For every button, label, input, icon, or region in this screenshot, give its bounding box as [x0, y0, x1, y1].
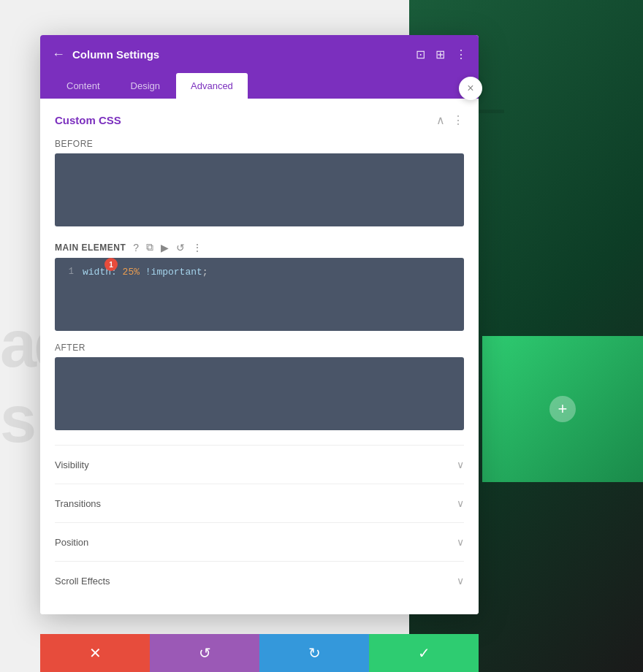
- cursor-icon[interactable]: ▶: [161, 242, 169, 253]
- close-icon: ×: [467, 82, 473, 95]
- css-important: !important: [140, 267, 202, 278]
- green-section: +: [482, 336, 643, 482]
- line-number: 1: [62, 265, 74, 280]
- scroll-effects-title: Scroll Effects: [55, 576, 110, 587]
- before-css-input[interactable]: [55, 153, 464, 226]
- before-label: Before: [55, 139, 464, 149]
- reset-icon[interactable]: ↺: [176, 242, 185, 253]
- section-more-icon[interactable]: ⋮: [452, 113, 464, 127]
- panel-title: Column Settings: [72, 48, 159, 61]
- redo-icon: ↻: [308, 644, 321, 662]
- code-content: width: 25% !important;: [83, 265, 208, 280]
- header-left: ← Column Settings: [52, 47, 159, 62]
- more-icon[interactable]: ⋮: [192, 242, 202, 253]
- cancel-icon: ✕: [89, 644, 102, 662]
- panel-body: Custom CSS ∧ ⋮ Before Main Element ? ⧉ ▶…: [40, 99, 479, 614]
- after-label: After: [55, 343, 464, 353]
- scroll-effects-chevron: ∨: [457, 575, 464, 587]
- undo-button[interactable]: ↺: [150, 634, 259, 672]
- position-title: Position: [55, 537, 88, 548]
- position-section: Position ∨: [55, 522, 464, 561]
- more-options-icon[interactable]: ⋮: [455, 47, 467, 61]
- section-header-icons: ∧ ⋮: [436, 113, 464, 127]
- main-element-css-input[interactable]: 1 width: 25% !important;: [55, 258, 464, 331]
- custom-css-section-header: Custom CSS ∧ ⋮: [55, 113, 464, 127]
- help-icon[interactable]: ?: [133, 242, 139, 253]
- transitions-chevron: ∨: [457, 497, 464, 509]
- tab-design[interactable]: Design: [116, 73, 175, 99]
- fullscreen-icon[interactable]: ⊡: [416, 47, 425, 61]
- scroll-effects-section: Scroll Effects ∨: [55, 561, 464, 600]
- transitions-accordion-header[interactable]: Transitions ∨: [55, 497, 464, 509]
- main-element-label: Main Element: [55, 243, 126, 253]
- transitions-section: Transitions ∨: [55, 484, 464, 522]
- collapse-icon[interactable]: ∧: [436, 113, 445, 127]
- panel-close-button[interactable]: ×: [459, 77, 482, 100]
- error-badge: 1: [104, 258, 118, 271]
- position-chevron: ∨: [457, 536, 464, 548]
- code-editor-wrapper: 1 1 width: 25% !important;: [55, 258, 464, 331]
- position-accordion-header[interactable]: Position ∨: [55, 536, 464, 548]
- add-module-button[interactable]: +: [549, 396, 576, 422]
- after-css-input[interactable]: [55, 357, 464, 430]
- cancel-button[interactable]: ✕: [40, 634, 150, 672]
- transitions-title: Transitions: [55, 498, 101, 509]
- undo-icon: ↺: [199, 644, 211, 662]
- css-punct: ;: [202, 267, 208, 278]
- copy-icon[interactable]: ⧉: [146, 241, 153, 253]
- tabs-bar: Content Design Advanced: [40, 73, 479, 99]
- save-button[interactable]: ✓: [369, 634, 479, 672]
- bottom-action-bar: ✕ ↺ ↻ ✓: [40, 634, 479, 672]
- redo-button[interactable]: ↻: [259, 634, 369, 672]
- code-line-1: 1 width: 25% !important;: [62, 265, 457, 280]
- visibility-chevron: ∨: [457, 459, 464, 470]
- back-button[interactable]: ←: [52, 47, 65, 62]
- header-right: ⊡ ⊞ ⋮: [416, 47, 467, 61]
- css-property: width:: [83, 267, 123, 278]
- visibility-section: Visibility ∨: [55, 445, 464, 484]
- visibility-accordion-header[interactable]: Visibility ∨: [55, 459, 464, 470]
- custom-css-title: Custom CSS: [55, 114, 121, 126]
- panel-header: ← Column Settings ⊡ ⊞ ⋮: [40, 35, 479, 73]
- tab-content[interactable]: Content: [52, 73, 115, 99]
- layout-icon[interactable]: ⊞: [435, 47, 445, 61]
- main-element-header: Main Element ? ⧉ ▶ ↺ ⋮: [55, 241, 464, 253]
- save-icon: ✓: [418, 644, 430, 662]
- column-settings-panel: ← Column Settings ⊡ ⊞ ⋮ Content Design A…: [40, 35, 479, 614]
- scroll-effects-accordion-header[interactable]: Scroll Effects ∨: [55, 575, 464, 587]
- visibility-title: Visibility: [55, 459, 89, 470]
- tab-advanced[interactable]: Advanced: [176, 73, 248, 99]
- css-value: 25%: [123, 267, 140, 278]
